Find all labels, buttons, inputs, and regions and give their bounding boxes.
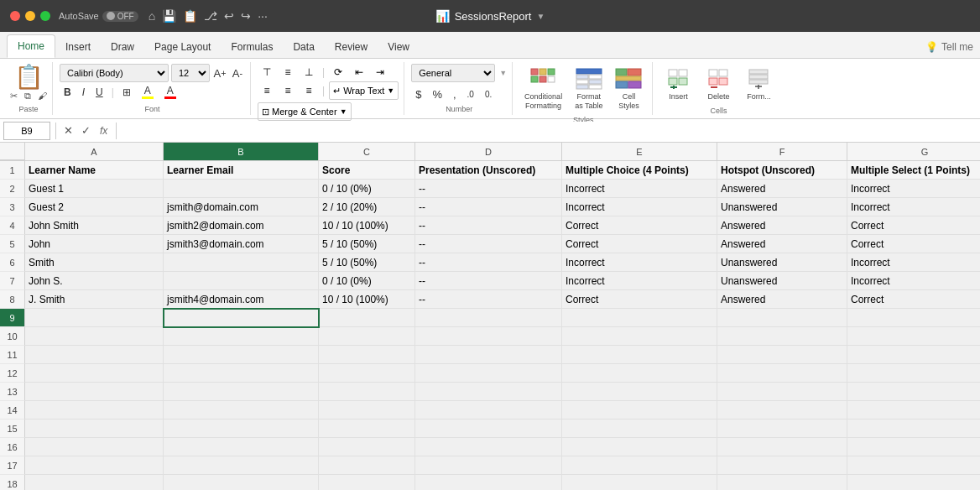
list-item[interactable] bbox=[847, 456, 980, 475]
list-item[interactable]: John bbox=[25, 235, 164, 253]
col-header-f[interactable]: F bbox=[717, 143, 847, 160]
list-item[interactable] bbox=[25, 420, 164, 438]
row-num-cell[interactable]: 2 bbox=[0, 180, 25, 198]
row-num-cell[interactable]: 3 bbox=[0, 198, 25, 216]
decimal-inc-button[interactable]: .0 bbox=[463, 88, 478, 101]
row-num-cell[interactable]: 16 bbox=[0, 438, 25, 456]
list-item[interactable] bbox=[25, 456, 164, 475]
row-num-cell[interactable]: 15 bbox=[0, 420, 25, 438]
list-item[interactable]: Correct bbox=[562, 235, 717, 253]
row-num-cell[interactable]: 14 bbox=[0, 401, 25, 420]
row-num-cell[interactable]: 1 bbox=[0, 161, 25, 180]
list-item[interactable] bbox=[25, 327, 164, 346]
list-item[interactable]: jsmith4@domain.com bbox=[164, 290, 319, 309]
row-num-cell[interactable]: 13 bbox=[0, 383, 25, 401]
list-item[interactable]: Guest 1 bbox=[25, 180, 164, 198]
list-item[interactable] bbox=[562, 401, 717, 420]
list-item[interactable]: jsmith2@domain.com bbox=[164, 216, 319, 235]
list-item[interactable]: Incorrect bbox=[562, 253, 717, 272]
list-item[interactable] bbox=[847, 364, 980, 383]
col-header-b[interactable]: B bbox=[164, 143, 319, 160]
list-item[interactable] bbox=[25, 309, 164, 327]
list-item[interactable] bbox=[25, 364, 164, 383]
list-item[interactable]: jsmith@domain.com bbox=[164, 198, 319, 216]
list-item[interactable]: Answered bbox=[717, 216, 847, 235]
insert-button[interactable]: Insert bbox=[659, 64, 696, 105]
list-item[interactable]: Correct bbox=[562, 216, 717, 235]
autosave-toggle[interactable]: OFF bbox=[102, 11, 138, 22]
orientation-button[interactable]: ⟳ bbox=[329, 64, 347, 81]
list-item[interactable] bbox=[562, 346, 717, 364]
list-item[interactable] bbox=[164, 456, 319, 475]
list-item[interactable] bbox=[164, 253, 319, 272]
minimize-button[interactable] bbox=[25, 11, 35, 21]
list-item[interactable]: Learner Name bbox=[25, 161, 164, 180]
list-item[interactable]: Answered bbox=[717, 180, 847, 198]
list-item[interactable] bbox=[164, 420, 319, 438]
list-item[interactable] bbox=[319, 327, 415, 346]
list-item[interactable]: 10 / 10 (100%) bbox=[319, 290, 415, 309]
list-item[interactable]: 2 / 10 (20%) bbox=[319, 198, 415, 216]
list-item[interactable] bbox=[562, 456, 717, 475]
list-item[interactable]: Incorrect bbox=[562, 180, 717, 198]
name-box[interactable] bbox=[3, 122, 50, 140]
close-button[interactable] bbox=[10, 11, 20, 21]
list-item[interactable]: Guest 2 bbox=[25, 198, 164, 216]
list-item[interactable] bbox=[847, 438, 980, 456]
list-item[interactable] bbox=[319, 364, 415, 383]
list-item[interactable] bbox=[25, 383, 164, 401]
cancel-formula-button[interactable]: ✕ bbox=[61, 124, 76, 137]
list-item[interactable]: -- bbox=[415, 198, 562, 216]
row-num-cell[interactable]: 9 bbox=[0, 309, 25, 327]
list-item[interactable]: Correct bbox=[847, 290, 980, 309]
row-num-cell[interactable]: 10 bbox=[0, 327, 25, 346]
row-num-cell[interactable]: 6 bbox=[0, 253, 25, 272]
list-item[interactable] bbox=[164, 272, 319, 290]
align-left-button[interactable]: ≡ bbox=[258, 82, 276, 99]
list-item[interactable] bbox=[415, 438, 562, 456]
format-as-table-button[interactable]: Formatas Table bbox=[570, 64, 607, 114]
list-item[interactable] bbox=[562, 309, 717, 327]
indent-inc-button[interactable]: ⇥ bbox=[371, 64, 389, 81]
list-item[interactable] bbox=[717, 383, 847, 401]
list-item[interactable]: jsmith3@domain.com bbox=[164, 235, 319, 253]
list-item[interactable] bbox=[415, 420, 562, 438]
row-num-cell[interactable]: 11 bbox=[0, 346, 25, 364]
bold-button[interactable]: B bbox=[60, 85, 76, 100]
list-item[interactable] bbox=[717, 327, 847, 346]
list-item[interactable] bbox=[319, 475, 415, 490]
font-decrease-button[interactable]: A- bbox=[230, 65, 245, 81]
list-item[interactable] bbox=[319, 346, 415, 364]
undo-icon[interactable]: ↩ bbox=[224, 9, 234, 23]
list-item[interactable] bbox=[847, 309, 980, 327]
list-item[interactable] bbox=[164, 180, 319, 198]
list-item[interactable]: Incorrect bbox=[562, 272, 717, 290]
merge-center-button[interactable]: ⊡ Merge & Center ▼ bbox=[258, 102, 352, 121]
list-item[interactable]: Answered bbox=[717, 235, 847, 253]
row-num-cell[interactable]: 18 bbox=[0, 475, 25, 490]
align-center-button[interactable]: ≡ bbox=[279, 82, 297, 99]
list-item[interactable] bbox=[319, 383, 415, 401]
list-item[interactable] bbox=[415, 327, 562, 346]
col-header-c[interactable]: C bbox=[319, 143, 415, 160]
col-header-e[interactable]: E bbox=[562, 143, 717, 160]
paste-button[interactable]: 📋 bbox=[14, 65, 44, 89]
delete-button[interactable]: Delete bbox=[700, 64, 737, 105]
list-item[interactable] bbox=[164, 309, 319, 327]
maximize-button[interactable] bbox=[40, 11, 50, 21]
list-item[interactable] bbox=[319, 309, 415, 327]
list-item[interactable]: Unanswered bbox=[717, 253, 847, 272]
list-item[interactable]: 0 / 10 (0%) bbox=[319, 272, 415, 290]
fill-color-button[interactable]: A bbox=[138, 83, 158, 101]
number-format-select[interactable]: General bbox=[411, 64, 495, 82]
col-header-g[interactable]: G bbox=[847, 143, 980, 160]
list-item[interactable]: Multiple Choice (4 Points) bbox=[562, 161, 717, 180]
cut-button[interactable]: ✂ bbox=[10, 91, 18, 102]
row-num-cell[interactable]: 4 bbox=[0, 216, 25, 235]
list-item[interactable] bbox=[562, 420, 717, 438]
more-icon[interactable]: ··· bbox=[258, 9, 268, 23]
list-item[interactable]: J. Smith bbox=[25, 290, 164, 309]
font-color-button[interactable]: A bbox=[160, 83, 180, 101]
list-item[interactable] bbox=[847, 327, 980, 346]
save-icon[interactable]: 💾 bbox=[162, 9, 176, 23]
